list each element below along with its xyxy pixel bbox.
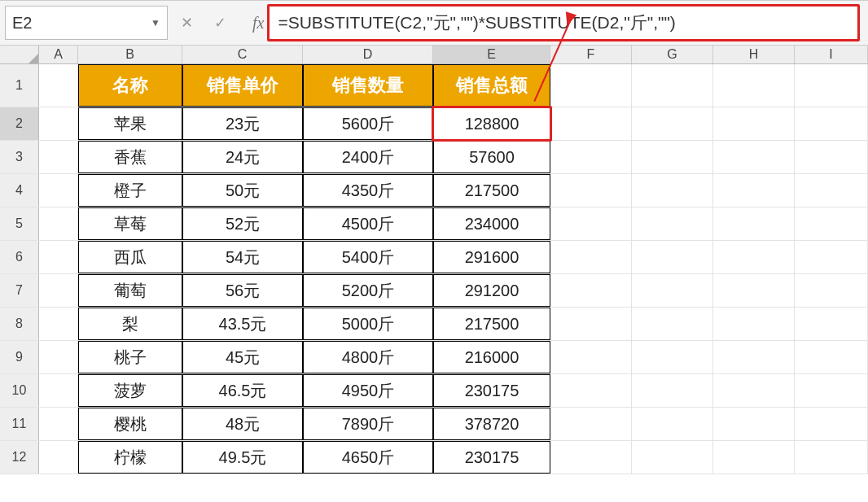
cell[interactable] [550,207,632,240]
cell[interactable] [550,441,632,474]
table-cell-total[interactable]: 378720 [433,408,550,440]
row-header[interactable]: 4 [0,174,39,207]
table-cell-total[interactable]: 217500 [433,174,550,207]
cell[interactable] [713,441,795,474]
cell[interactable] [550,141,632,173]
cell[interactable] [632,141,713,173]
cell[interactable] [632,374,713,407]
cell[interactable] [713,64,795,107]
cell[interactable] [632,308,713,340]
table-cell-price[interactable]: 43.5元 [182,308,303,340]
formula-bar[interactable]: =SUBSTITUTE(C2,"元","")*SUBSTITUTE(D2,"斤"… [267,4,860,41]
table-cell-price[interactable]: 24元 [182,141,303,173]
table-header-price[interactable]: 销售单价 [182,64,303,107]
cell[interactable] [39,441,78,474]
table-cell-total[interactable]: 216000 [433,341,550,373]
cancel-formula-icon[interactable]: ✕ [181,14,193,32]
cell[interactable] [713,107,795,140]
cell[interactable] [550,408,632,440]
col-header-D[interactable]: D [303,46,433,63]
cell[interactable] [713,341,795,373]
cell[interactable] [795,207,868,240]
table-cell-qty[interactable]: 5600斤 [303,107,433,140]
table-header-total[interactable]: 销售总额 [433,64,550,107]
cell[interactable] [795,341,868,373]
table-cell-name[interactable]: 苹果 [78,107,182,140]
table-cell-qty[interactable]: 5400斤 [303,241,433,273]
col-header-E[interactable]: E [433,46,550,63]
cell[interactable] [713,308,795,340]
row-header[interactable]: 7 [0,274,39,307]
cell[interactable] [795,274,868,307]
cell[interactable] [39,207,78,240]
table-cell-price[interactable]: 46.5元 [182,374,303,407]
table-cell-total[interactable]: 217500 [433,308,550,340]
table-cell-qty[interactable]: 2400斤 [303,141,433,173]
cell[interactable] [713,374,795,407]
cell[interactable] [550,64,632,107]
table-cell-price[interactable]: 49.5元 [182,441,303,474]
table-cell-total[interactable]: 291200 [433,274,550,307]
table-cell-price[interactable]: 23元 [182,107,303,140]
row-header[interactable]: 6 [0,241,39,273]
table-cell-total[interactable]: 230175 [433,441,550,474]
cell[interactable] [713,174,795,207]
cell[interactable] [39,64,78,107]
col-header-C[interactable]: C [182,46,303,63]
cell[interactable] [39,308,78,340]
col-header-H[interactable]: H [713,46,795,63]
cell[interactable] [632,408,713,440]
table-cell-name[interactable]: 桃子 [78,341,182,373]
cell[interactable] [632,207,713,240]
table-cell-qty[interactable]: 4950斤 [303,374,433,407]
cell[interactable] [39,241,78,273]
cell[interactable] [550,274,632,307]
row-header[interactable]: 5 [0,207,39,240]
table-header-qty[interactable]: 销售数量 [303,64,433,107]
table-cell-qty[interactable]: 7890斤 [303,408,433,440]
col-header-I[interactable]: I [795,46,868,63]
cell[interactable] [713,408,795,440]
cell[interactable] [795,141,868,173]
cell[interactable] [713,141,795,173]
row-header[interactable]: 2 [0,107,39,140]
table-cell-qty[interactable]: 5000斤 [303,308,433,340]
row-header[interactable]: 12 [0,441,39,474]
cell[interactable] [795,308,868,340]
col-header-A[interactable]: A [39,46,78,63]
cell[interactable] [713,207,795,240]
cell[interactable] [632,341,713,373]
cell[interactable] [39,408,78,440]
table-cell-name[interactable]: 葡萄 [78,274,182,307]
cell[interactable] [795,174,868,207]
confirm-formula-icon[interactable]: ✓ [214,14,226,32]
col-header-F[interactable]: F [550,46,632,63]
col-header-B[interactable]: B [78,46,182,63]
select-all-corner[interactable] [0,46,39,63]
cell[interactable] [632,174,713,207]
table-cell-name[interactable]: 樱桃 [78,408,182,440]
table-cell-price[interactable]: 52元 [182,207,303,240]
table-cell-name[interactable]: 香蕉 [78,141,182,173]
cell[interactable] [550,174,632,207]
cell[interactable] [550,241,632,273]
row-header[interactable]: 9 [0,341,39,373]
row-header[interactable]: 1 [0,64,39,107]
table-cell-qty[interactable]: 4350斤 [303,174,433,207]
table-cell-total[interactable]: 128800 [433,107,550,140]
cell[interactable] [795,374,868,407]
cell[interactable] [632,441,713,474]
table-cell-name[interactable]: 西瓜 [78,241,182,273]
row-header[interactable]: 8 [0,308,39,340]
table-cell-price[interactable]: 45元 [182,341,303,373]
cell[interactable] [39,274,78,307]
table-cell-total[interactable]: 234000 [433,207,550,240]
cell[interactable] [39,174,78,207]
row-header[interactable]: 11 [0,408,39,440]
cell[interactable] [632,241,713,273]
cell[interactable] [795,241,868,273]
cell[interactable] [795,408,868,440]
table-cell-price[interactable]: 54元 [182,241,303,273]
cell[interactable] [39,107,78,140]
table-cell-name[interactable]: 橙子 [78,174,182,207]
